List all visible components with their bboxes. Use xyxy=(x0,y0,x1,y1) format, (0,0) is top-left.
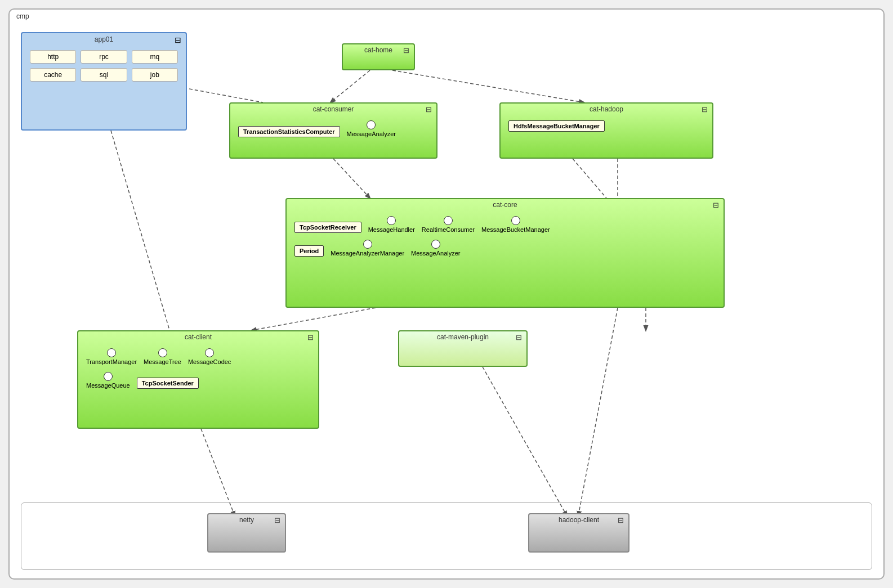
cat-client-icon: ⊟ xyxy=(307,333,314,342)
cat-hadoop-title: cat-hadoop xyxy=(501,104,712,116)
main-canvas: cmp app01 ⊟ htt xyxy=(8,8,885,580)
svg-line-7 xyxy=(578,308,618,516)
cat-maven-plugin-icon: ⊟ xyxy=(516,333,522,342)
cat-core-title: cat-core xyxy=(287,199,724,212)
cat-hadoop-components: HdfsMessageBucketManager xyxy=(501,116,712,134)
app01-items: http rpc mq cache sql job xyxy=(22,47,186,85)
app01-item-sql: sql xyxy=(81,68,127,82)
cat-client-box: cat-client ⊟ TransportManager MessageTre… xyxy=(77,330,319,429)
app01-box: app01 ⊟ http rpc mq cache sql job xyxy=(21,32,187,131)
app01-item-rpc: rpc xyxy=(81,50,127,64)
netty-title: netty xyxy=(208,514,285,527)
svg-line-3 xyxy=(392,70,584,102)
message-tree-interface: MessageTree xyxy=(144,348,181,365)
cat-consumer-components: TransactionStatisticsComputer MessageAna… xyxy=(230,116,436,140)
cat-consumer-box: cat-consumer ⊟ TransactionStatisticsComp… xyxy=(229,102,437,159)
svg-line-11 xyxy=(483,367,567,516)
app01-item-job: job xyxy=(132,68,178,82)
cat-core-icon: ⊟ xyxy=(713,201,719,209)
cat-core-box: cat-core ⊟ TcpSocketReceiver MessageHand… xyxy=(285,198,725,308)
cat-home-box: cat-home ⊟ xyxy=(342,43,415,70)
app01-item-mq: mq xyxy=(132,50,178,64)
app01-icon: ⊟ xyxy=(175,35,181,44)
message-queue-interface: MessageQueue xyxy=(86,372,130,389)
cat-home-icon: ⊟ xyxy=(403,46,409,55)
message-handler-interface: MessageHandler xyxy=(368,216,415,233)
cat-hadoop-icon: ⊟ xyxy=(702,105,708,114)
realtime-consumer-interface: RealtimeConsumer xyxy=(422,216,475,233)
period-component: Period xyxy=(294,245,324,257)
tcp-socket-sender: TcpSocketSender xyxy=(137,378,199,389)
message-bucket-manager-interface: MessageBucketManager xyxy=(481,216,550,233)
cat-consumer-title: cat-consumer xyxy=(230,104,436,116)
hdfs-message-bucket-manager: HdfsMessageBucketManager xyxy=(508,120,605,132)
svg-line-2 xyxy=(331,70,370,102)
cmp-label: cmp xyxy=(16,12,29,20)
cat-client-title: cat-client xyxy=(78,331,318,344)
svg-line-8 xyxy=(252,308,376,330)
app01-title: app01 xyxy=(22,33,186,47)
transport-manager-interface: TransportManager xyxy=(86,348,137,365)
cat-consumer-icon: ⊟ xyxy=(426,105,432,114)
netty-icon: ⊟ xyxy=(274,516,280,524)
cat-client-row2: MessageQueue TcpSocketSender xyxy=(78,367,318,391)
message-codec-interface: MessageCodec xyxy=(188,348,231,365)
cat-hadoop-box: cat-hadoop ⊟ HdfsMessageBucketManager xyxy=(499,102,713,159)
netty-box: netty ⊟ xyxy=(207,513,286,553)
message-analyzer-interface: MessageAnalyzer xyxy=(347,120,396,137)
hadoop-client-icon: ⊟ xyxy=(618,516,624,524)
app01-item-http: http xyxy=(30,50,76,64)
cat-client-row1: TransportManager MessageTree MessageCode… xyxy=(78,344,318,367)
tcp-socket-receiver: TcpSocketReceiver xyxy=(294,222,361,233)
hadoop-client-title: hadoop-client xyxy=(529,514,628,527)
hadoop-client-box: hadoop-client ⊟ xyxy=(528,513,629,553)
svg-line-0 xyxy=(111,131,173,342)
message-analyzer-manager-interface: MessageAnalyzerManager xyxy=(331,240,404,257)
cat-core-row1: TcpSocketReceiver MessageHandler Realtim… xyxy=(287,212,724,235)
svg-line-5 xyxy=(573,159,606,198)
transaction-statistics-computer: TransactionStatisticsComputer xyxy=(238,126,340,137)
app01-item-cache: cache xyxy=(30,68,76,82)
cat-core-row2: Period MessageAnalyzerManager MessageAna… xyxy=(287,235,724,259)
svg-line-4 xyxy=(333,159,370,198)
message-analyzer-core-interface: MessageAnalyzer xyxy=(411,240,460,257)
cat-maven-plugin-box: cat-maven-plugin ⊟ xyxy=(398,330,528,367)
cat-maven-plugin-title: cat-maven-plugin xyxy=(399,331,526,344)
outer-bottom-box: netty ⊟ hadoop-client ⊟ xyxy=(21,502,872,570)
